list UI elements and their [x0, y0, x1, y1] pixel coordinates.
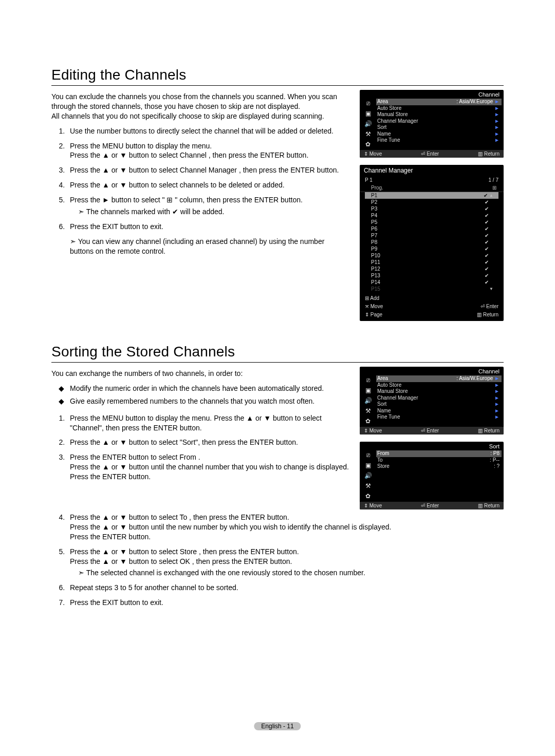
- cm-row: P7✔: [365, 232, 498, 239]
- cm-row: P8✔: [365, 239, 498, 245]
- antenna-icon: ⚒: [365, 130, 371, 138]
- cm-title: Channel Manager: [360, 165, 504, 176]
- updown-icon: ⇕: [365, 312, 369, 317]
- right-arrow-icon: ►: [494, 388, 499, 395]
- step-text: Press the ► button to select " ⊞ " colum…: [70, 196, 303, 204]
- step-text: Press the MENU button to display the men…: [70, 414, 322, 432]
- sound-icon: 🔊: [364, 472, 372, 479]
- check-icon: ✔: [483, 239, 490, 245]
- step: Press the ▲ or ▼ button to select Store …: [67, 547, 504, 578]
- check-icon: ✔: [483, 246, 490, 252]
- step: Press the ▲ or ▼ button to select Channe…: [67, 165, 349, 175]
- right-arrow-icon: ►: [494, 401, 499, 408]
- step-text: Press the ▲ or ▼ button to select channe…: [70, 181, 285, 189]
- check-icon: ✔: [483, 259, 490, 265]
- bullet: Modify the numeric order in which the ch…: [70, 384, 349, 393]
- return-icon: ▥: [478, 428, 483, 433]
- check-icon: ✔: [483, 219, 490, 225]
- cm-row: P15▼: [365, 286, 498, 292]
- step-text: Press the ▲ or ▼ button to select "Sort"…: [70, 438, 298, 446]
- right-arrow-icon: ►: [494, 124, 499, 131]
- section1-intro: You can exclude the channels you chose f…: [51, 92, 349, 121]
- section1-title: Editing the Channels: [51, 67, 504, 83]
- sound-icon: 🔊: [364, 397, 372, 404]
- osd-row: Fine Tune►: [377, 137, 502, 144]
- step-note: The selected channel is exchanged with t…: [78, 568, 504, 578]
- right-arrow-icon: ►: [494, 137, 499, 144]
- cm-row: P5✔: [365, 219, 498, 225]
- antenna-icon: ⚒: [365, 482, 371, 489]
- osd-row: Channel Manager►: [377, 395, 502, 402]
- picture-icon: ⎚: [366, 376, 370, 384]
- step-text: Press the EXIT button to exit.: [70, 598, 163, 607]
- updown-icon: ⇕: [364, 428, 368, 433]
- osd-row: Name►: [377, 408, 502, 414]
- osd-row: Sort►: [377, 124, 502, 131]
- cm-add: ⊞ Add: [365, 294, 498, 303]
- section2-intro: You can exchange the numbers of two chan…: [51, 369, 349, 379]
- return-icon: ▥: [478, 503, 483, 508]
- bullet: Give easily remembered numbers to the ch…: [70, 396, 349, 406]
- osd-menu: From: P8 To: P-- Store: ?: [374, 450, 502, 500]
- check-icon: ✔: [483, 199, 490, 205]
- right-arrow-icon: ►: [494, 118, 499, 125]
- osd-title: Sort: [360, 442, 504, 449]
- gear-icon: ✿: [365, 493, 371, 500]
- step: Press the ENTER button to select From . …: [67, 452, 349, 482]
- plus-icon: ⊞: [365, 295, 369, 301]
- cm-row: P13✔: [365, 272, 498, 279]
- cm-row: P2✔: [365, 199, 498, 205]
- osd-row: Channel Manager►: [377, 118, 502, 125]
- cm-row: P11✔: [365, 259, 498, 266]
- picture-icon: ⎚: [366, 100, 370, 107]
- cm-row: P4✔: [365, 212, 498, 219]
- osd-footer: ⇕ Move ⏎ Enter ▥ Return: [360, 427, 504, 434]
- step-text: Press the ▲ or ▼ button to select To , t…: [70, 513, 391, 541]
- osd-row: Manual Store►: [377, 111, 502, 118]
- osd-icon-column: ⎚ ▣ 🔊 ⚒ ✿: [362, 375, 374, 425]
- step-text: Repeat steps 3 to 5 for another channel …: [70, 583, 238, 592]
- check-icon: ✔: [483, 279, 490, 285]
- osd-row: From: P8: [376, 450, 502, 457]
- check-icon: ✔: [483, 226, 490, 232]
- osd-row: Area: Asia/W.Europe ►: [376, 99, 502, 105]
- gear-icon: ✿: [365, 418, 371, 425]
- tv-icon: ▣: [365, 462, 371, 469]
- step: Press the EXIT button to exit.: [67, 598, 504, 608]
- enter-icon: ⏎: [421, 428, 425, 433]
- check-icon: ✔: [483, 253, 490, 258]
- check-icon: ✔: [483, 206, 490, 212]
- step: Press the MENU button to display the men…: [67, 141, 349, 161]
- osd-menu: Area: Asia/W.Europe ► Auto Store► Manual…: [374, 375, 502, 425]
- return-icon: ▥: [477, 312, 482, 317]
- osd-icon-column: ⎚ ▣ 🔊 ⚒ ✿: [362, 450, 374, 500]
- tv-icon: ▣: [365, 110, 371, 117]
- osd-row: Fine Tune►: [377, 414, 502, 421]
- enter-icon: ⏎: [421, 151, 425, 157]
- osd-row: To: P--: [377, 457, 502, 464]
- updown-icon: ⇕: [364, 503, 368, 508]
- right-arrow-icon: ►: [494, 375, 499, 381]
- check-icon: ✔: [483, 266, 490, 272]
- section2-steps: Press the MENU button to display the men…: [51, 413, 349, 482]
- step-text: Press the ▲ or ▼ button to select Channe…: [70, 166, 339, 174]
- cm-header-prog: Prog.: [371, 185, 383, 191]
- osd-row: Name►: [377, 131, 502, 138]
- cm-row: P6✔: [365, 225, 498, 232]
- section2-bullets: Modify the numeric order in which the ch…: [51, 384, 349, 406]
- step-note: The channels marked with ✔ will be added…: [78, 207, 349, 217]
- osd-row: Auto Store►: [377, 382, 502, 389]
- step: Press the ▲ or ▼ button to select "Sort"…: [67, 438, 349, 447]
- cm-row: P1✔▲: [365, 192, 498, 199]
- divider: [51, 362, 504, 363]
- osd-menu: Area: Asia/W.Europe ► Auto Store► Manual…: [374, 99, 502, 148]
- cm-row: P3✔: [365, 205, 498, 212]
- cm-row: P9✔: [365, 245, 498, 252]
- check-icon: ✔: [482, 193, 489, 198]
- step: Press the ▲ or ▼ button to select To , t…: [67, 513, 504, 542]
- updown-icon: ⇕: [364, 151, 368, 157]
- osd-row: Store: ?: [377, 463, 502, 470]
- divider: [51, 85, 504, 86]
- updown-icon: ⤧: [365, 304, 369, 309]
- section2-title: Sorting the Stored Channels: [51, 344, 504, 360]
